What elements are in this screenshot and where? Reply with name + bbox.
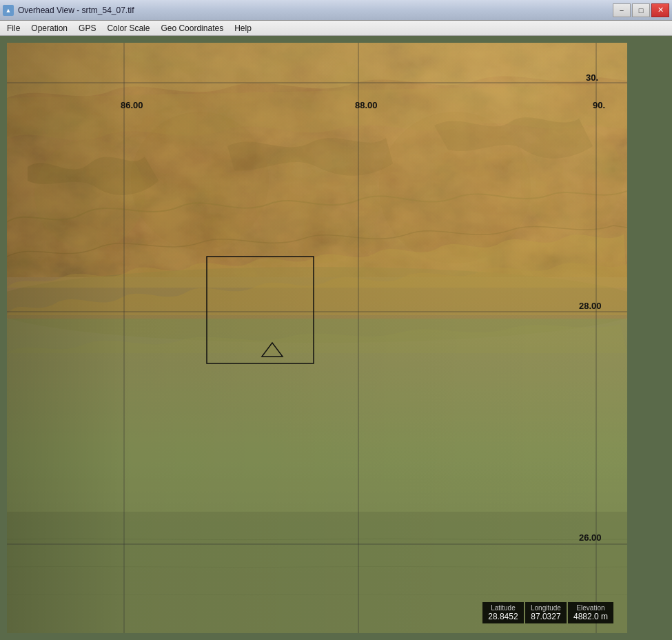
svg-text:88.00: 88.00 — [355, 100, 378, 110]
longitude-label: Longitude — [531, 604, 561, 612]
latitude-box: Latitude 28.8452 — [482, 602, 524, 623]
minimize-button[interactable]: − — [613, 3, 631, 17]
svg-text:90.: 90. — [593, 100, 605, 110]
longitude-value: 87.0327 — [531, 612, 561, 621]
menu-item-color-scale[interactable]: Color Scale — [101, 21, 155, 35]
titlebar-left: ▲ Overhead View - srtm_54_07.tif — [3, 5, 134, 16]
close-button[interactable]: ✕ — [651, 3, 669, 17]
window-controls: − □ ✕ — [613, 3, 669, 17]
svg-text:26.00: 26.00 — [579, 532, 602, 543]
latitude-label: Latitude — [488, 604, 518, 612]
latitude-value: 28.8452 — [488, 612, 518, 621]
main-content: 86.00 88.00 90. 30. 28.00 26.00 Latitude… — [0, 36, 672, 640]
titlebar: ▲ Overhead View - srtm_54_07.tif − □ ✕ — [0, 0, 672, 21]
svg-rect-13 — [7, 43, 627, 633]
menu-item-help[interactable]: Help — [229, 21, 257, 35]
elevation-label: Elevation — [573, 604, 608, 612]
app-icon: ▲ — [3, 5, 14, 16]
menu-item-operation[interactable]: Operation — [26, 21, 73, 35]
map-area[interactable]: 86.00 88.00 90. 30. 28.00 26.00 Latitude… — [7, 43, 627, 633]
menu-item-geo-coordinates[interactable]: Geo Coordinates — [155, 21, 229, 35]
elevation-value: 4882.0 m — [573, 612, 608, 621]
longitude-box: Longitude 87.0327 — [525, 602, 567, 623]
svg-text:28.00: 28.00 — [579, 301, 602, 311]
svg-text:30.: 30. — [586, 72, 598, 83]
menubar: FileOperationGPSColor ScaleGeo Coordinat… — [0, 21, 672, 36]
maximize-button[interactable]: □ — [632, 3, 650, 17]
menu-item-gps[interactable]: GPS — [73, 21, 101, 35]
elevation-box: Elevation 4882.0 m — [568, 602, 613, 623]
menu-item-file[interactable]: File — [1, 21, 26, 35]
window-title: Overhead View - srtm_54_07.tif — [18, 6, 134, 15]
svg-text:86.00: 86.00 — [121, 100, 143, 110]
terrain-map: 86.00 88.00 90. 30. 28.00 26.00 — [7, 43, 627, 633]
status-panel: Latitude 28.8452 Longitude 87.0327 Eleva… — [482, 602, 613, 623]
